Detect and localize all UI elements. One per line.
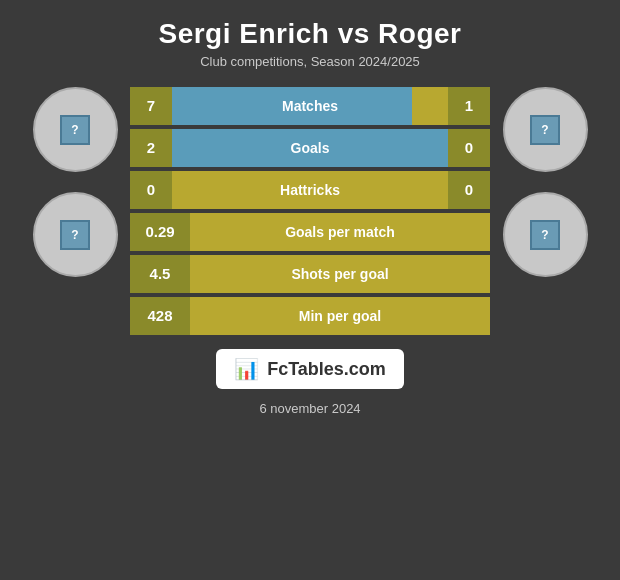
- main-content: ? ? 7 Matches 1 2: [0, 77, 620, 335]
- logo-text: FcTables.com: [267, 359, 386, 380]
- stat-right-hattricks: 0: [448, 171, 490, 209]
- stat-bar-matches: Matches: [172, 87, 448, 125]
- stat-row-goals: 2 Goals 0: [130, 129, 490, 167]
- avatar-right-bottom: ?: [503, 192, 588, 277]
- logo-box: 📊 FcTables.com: [216, 349, 404, 389]
- stat-row-hattricks: 0 Hattricks 0: [130, 171, 490, 209]
- stat-left-matches: 7: [130, 87, 172, 125]
- page-subtitle: Club competitions, Season 2024/2025: [158, 54, 461, 69]
- stat-bar-hattricks: Hattricks: [172, 171, 448, 209]
- stat-row-matches: 7 Matches 1: [130, 87, 490, 125]
- avatar-left-bottom: ?: [33, 192, 118, 277]
- stat-left-shots-per-goal: 4.5: [130, 255, 190, 293]
- avatar-placeholder-left-top: ?: [60, 115, 90, 145]
- stat-bar-goals-per-match: Goals per match: [190, 213, 490, 251]
- stat-label-goals: Goals: [291, 140, 330, 156]
- stat-left-goals: 2: [130, 129, 172, 167]
- stat-bar-shots-per-goal: Shots per goal: [190, 255, 490, 293]
- avatar-right-top: ?: [503, 87, 588, 172]
- stat-left-goals-per-match: 0.29: [130, 213, 190, 251]
- stat-label-goals-per-match: Goals per match: [285, 224, 395, 240]
- stat-label-matches: Matches: [282, 98, 338, 114]
- left-player-section: ? ?: [20, 87, 130, 277]
- stat-row-goals-per-match: 0.29 Goals per match: [130, 213, 490, 251]
- stat-bar-min-per-goal: Min per goal: [190, 297, 490, 335]
- stat-label-hattricks: Hattricks: [280, 182, 340, 198]
- right-player-section: ? ?: [490, 87, 600, 277]
- stat-right-matches: 1: [448, 87, 490, 125]
- stats-section: 7 Matches 1 2 Goals 0: [130, 87, 490, 335]
- stat-label-shots-per-goal: Shots per goal: [291, 266, 388, 282]
- avatar-left-top: ?: [33, 87, 118, 172]
- stat-row-shots-per-goal: 4.5 Shots per goal: [130, 255, 490, 293]
- date-text: 6 november 2024: [259, 401, 360, 416]
- stat-left-min-per-goal: 428: [130, 297, 190, 335]
- page-title: Sergi Enrich vs Roger: [158, 18, 461, 50]
- stat-right-goals: 0: [448, 129, 490, 167]
- stat-bar-goals: Goals: [172, 129, 448, 167]
- stat-label-min-per-goal: Min per goal: [299, 308, 381, 324]
- logo-section: 📊 FcTables.com 6 november 2024: [216, 349, 404, 416]
- avatar-placeholder-left-bottom: ?: [60, 220, 90, 250]
- stat-row-min-per-goal: 428 Min per goal: [130, 297, 490, 335]
- stat-left-hattricks: 0: [130, 171, 172, 209]
- header: Sergi Enrich vs Roger Club competitions,…: [138, 0, 481, 77]
- avatar-placeholder-right-top: ?: [530, 115, 560, 145]
- avatar-placeholder-right-bottom: ?: [530, 220, 560, 250]
- logo-icon: 📊: [234, 357, 259, 381]
